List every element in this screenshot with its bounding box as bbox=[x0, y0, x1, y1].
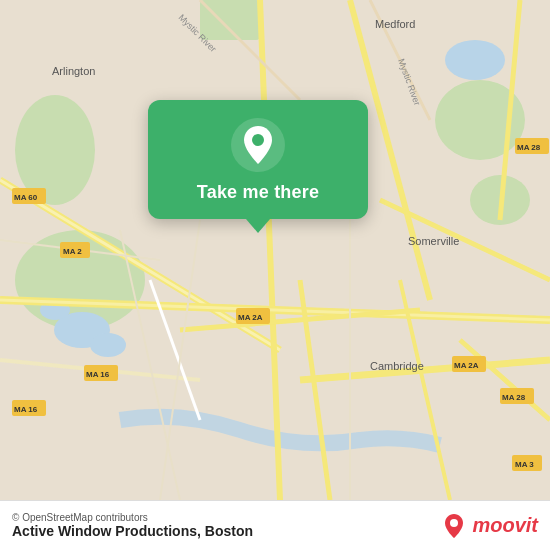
svg-text:Arlington: Arlington bbox=[52, 65, 95, 77]
moovit-brand-text: moovit bbox=[472, 514, 538, 537]
svg-point-9 bbox=[445, 40, 505, 80]
bottom-left-info: © OpenStreetMap contributors Active Wind… bbox=[12, 512, 253, 539]
svg-text:Somerville: Somerville bbox=[408, 235, 459, 247]
svg-text:MA 2A: MA 2A bbox=[238, 313, 263, 322]
svg-point-57 bbox=[450, 519, 458, 527]
svg-rect-5 bbox=[200, 0, 260, 40]
popup-card[interactable]: Take me there bbox=[148, 100, 368, 219]
moovit-logo: moovit bbox=[440, 512, 538, 540]
map-svg: Arlington Medford Somerville Cambridge M… bbox=[0, 0, 550, 500]
svg-text:MA 28: MA 28 bbox=[517, 143, 541, 152]
map-attribution: © OpenStreetMap contributors bbox=[12, 512, 253, 523]
svg-text:MA 2A: MA 2A bbox=[454, 361, 479, 370]
moovit-pin-icon bbox=[440, 512, 468, 540]
svg-text:MA 60: MA 60 bbox=[14, 193, 38, 202]
location-pin-icon bbox=[231, 118, 285, 172]
popup-label: Take me there bbox=[197, 182, 319, 203]
svg-text:MA 28: MA 28 bbox=[502, 393, 526, 402]
svg-text:MA 3: MA 3 bbox=[515, 460, 534, 469]
bottom-bar: © OpenStreetMap contributors Active Wind… bbox=[0, 500, 550, 550]
svg-point-7 bbox=[90, 333, 126, 357]
svg-text:Medford: Medford bbox=[375, 18, 415, 30]
svg-text:Cambridge: Cambridge bbox=[370, 360, 424, 372]
svg-text:MA 2: MA 2 bbox=[63, 247, 82, 256]
svg-point-56 bbox=[252, 134, 264, 146]
svg-text:MA 16: MA 16 bbox=[14, 405, 38, 414]
map-container: Arlington Medford Somerville Cambridge M… bbox=[0, 0, 550, 500]
svg-text:MA 16: MA 16 bbox=[86, 370, 110, 379]
location-title: Active Window Productions, Boston bbox=[12, 523, 253, 539]
